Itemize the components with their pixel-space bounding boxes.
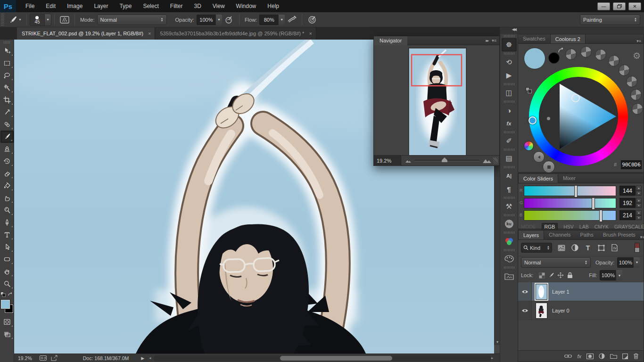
channel-b-slider[interactable]: [524, 210, 616, 221]
menu-help[interactable]: Help: [262, 3, 285, 9]
channel-g-slider[interactable]: [524, 198, 616, 208]
layer-thumbnail[interactable]: [536, 284, 547, 300]
coolorus-panel-icon[interactable]: [502, 235, 517, 248]
move-tool[interactable]: [0, 45, 14, 57]
doc-size-readout[interactable]: Doc: 168.1M/367.0M: [83, 355, 129, 361]
layers-tab[interactable]: Layers: [518, 230, 544, 239]
close-icon[interactable]: ×: [148, 31, 151, 36]
mode-rgb[interactable]: RGB: [542, 223, 558, 230]
coolorus-tab[interactable]: Coolorus 2: [550, 34, 586, 43]
settings-gear-icon[interactable]: ⚙: [633, 50, 641, 61]
history-panel-icon[interactable]: ⟲: [502, 56, 517, 69]
harmony-knob[interactable]: [580, 46, 592, 58]
lock-all-icon[interactable]: [565, 271, 575, 280]
lock-pixels-icon[interactable]: [546, 271, 556, 280]
new-group-icon[interactable]: [610, 354, 617, 359]
dodge-tool[interactable]: [0, 204, 14, 216]
minimize-button[interactable]: —: [597, 2, 610, 10]
channel-b-stepper[interactable]: ▲▼: [636, 210, 642, 220]
foreground-color-circle[interactable]: [524, 48, 545, 69]
rgb-wheel-icon[interactable]: [524, 141, 534, 151]
panel-menu-icon[interactable]: ▾≡: [636, 39, 644, 43]
new-layer-icon[interactable]: [622, 354, 628, 359]
channel-b-thumb[interactable]: [599, 210, 603, 222]
foreground-color-swatch[interactable]: [1, 300, 10, 309]
shape-tool[interactable]: [0, 253, 14, 265]
tool-presets-panel-icon[interactable]: ✐: [502, 134, 517, 148]
channel-b-value[interactable]: 214: [619, 210, 636, 220]
menu-window[interactable]: Window: [231, 3, 262, 9]
collapse-panel-icon[interactable]: ▸▸: [486, 38, 488, 43]
brush-tool[interactable]: [0, 131, 14, 143]
brush-picker-arrow-icon[interactable]: ▼: [44, 14, 51, 25]
smudge-tool[interactable]: [0, 192, 14, 204]
delete-layer-icon[interactable]: [633, 353, 639, 359]
menu-view[interactable]: View: [207, 3, 231, 9]
layer-blend-mode-select[interactable]: Normal ▲▼: [521, 257, 591, 268]
visibility-toggle[interactable]: [518, 282, 532, 301]
harmony-knob[interactable]: [565, 49, 577, 60]
panel-menu-icon[interactable]: ▾≡: [640, 235, 644, 239]
filter-type-layers-icon[interactable]: T: [582, 243, 594, 253]
brush-preset-picker[interactable]: 45 ▼: [30, 14, 51, 26]
options-grip[interactable]: [1, 14, 4, 26]
channel-g-thumb[interactable]: [592, 197, 595, 210]
horizontal-scrollbar-thumb[interactable]: [280, 356, 392, 361]
opacity-select[interactable]: 100% ▼: [197, 15, 222, 25]
zoom-in-icon[interactable]: [482, 157, 492, 164]
harmony-knob[interactable]: [619, 65, 630, 76]
doc-tab-strike-flat[interactable]: STRIKE_FLAT_002.psd @ 19.2% (Layer 1, RG…: [17, 27, 155, 40]
lasso-tool[interactable]: [0, 69, 14, 82]
prev-button[interactable]: [533, 151, 545, 163]
harmony-knob[interactable]: [626, 76, 637, 87]
path-selection-tool[interactable]: [0, 241, 14, 253]
mini-bridge-icon[interactable]: [40, 355, 48, 361]
lock-transparent-icon[interactable]: [537, 271, 546, 280]
channel-g-value[interactable]: 192: [619, 198, 636, 208]
layer-row-1[interactable]: Layer 1: [518, 282, 644, 301]
mode-lab[interactable]: LAB: [579, 224, 589, 230]
opacity-arrow-icon[interactable]: ▼: [215, 15, 222, 25]
hex-value-field[interactable]: 90C0D6: [621, 160, 642, 169]
lock-position-icon[interactable]: [556, 271, 565, 280]
pressure-opacity-icon[interactable]: [223, 14, 235, 25]
paint-bucket-tool[interactable]: [0, 180, 14, 192]
navigator-thumbnail[interactable]: [409, 48, 466, 156]
color-sliders-tab[interactable]: Color Sliders: [518, 173, 558, 183]
scroll-left-icon[interactable]: ◂: [149, 356, 151, 360]
navigator-zoom-slider[interactable]: [414, 160, 479, 161]
mixer-tab[interactable]: Mixer: [558, 173, 580, 183]
add-adjustment-icon[interactable]: [599, 353, 605, 359]
opacity-arrow-icon[interactable]: ▼: [633, 257, 640, 268]
layer-name[interactable]: Layer 1: [552, 289, 570, 295]
status-menu-arrow-icon[interactable]: ▶: [141, 356, 144, 361]
link-layers-icon[interactable]: [564, 354, 572, 358]
harmony-knob[interactable]: [632, 103, 643, 115]
current-tool-button[interactable]: ▼: [6, 15, 24, 25]
adjustments-panel-icon[interactable]: ◑: [502, 104, 517, 117]
channel-r-value[interactable]: 144: [619, 186, 636, 196]
navigator-header[interactable]: Navigator ▸▸ ▾≡: [374, 36, 499, 45]
toggle-brush-panel-button[interactable]: [58, 14, 71, 25]
navigator-zoom-field[interactable]: 19.2%: [374, 156, 401, 166]
expand-dock-icon[interactable]: ◀◀: [500, 27, 518, 34]
rectangular-marquee-tool[interactable]: [0, 57, 14, 69]
crop-tool[interactable]: [0, 94, 14, 106]
healing-brush-tool[interactable]: [0, 118, 14, 131]
visibility-toggle[interactable]: [518, 301, 532, 320]
canvas-area[interactable]: ▾ 19.2% Doc: 168.1M/367.0M ▶ ◂ ▸ Navigat…: [14, 40, 500, 362]
libraries-panel-icon[interactable]: [502, 270, 517, 283]
filter-kind-select[interactable]: Kind ▲▼: [521, 243, 552, 253]
channel-r-slider[interactable]: [524, 186, 616, 196]
fill-arrow-icon[interactable]: ▼: [616, 270, 622, 280]
menu-image[interactable]: Image: [61, 3, 88, 9]
stop-button[interactable]: [543, 161, 555, 173]
swatches-panel-icon[interactable]: [502, 252, 517, 265]
zoom-out-icon[interactable]: [405, 158, 412, 163]
layer-name[interactable]: Layer 0: [552, 308, 570, 313]
scroll-right-icon[interactable]: ▸: [491, 356, 493, 360]
flow-select[interactable]: 80% ▼: [259, 15, 285, 25]
screen-mode-icon[interactable]: [0, 328, 14, 340]
swatches-tab[interactable]: Swatches: [518, 34, 550, 43]
paragraph-panel-icon[interactable]: ¶: [502, 182, 517, 196]
